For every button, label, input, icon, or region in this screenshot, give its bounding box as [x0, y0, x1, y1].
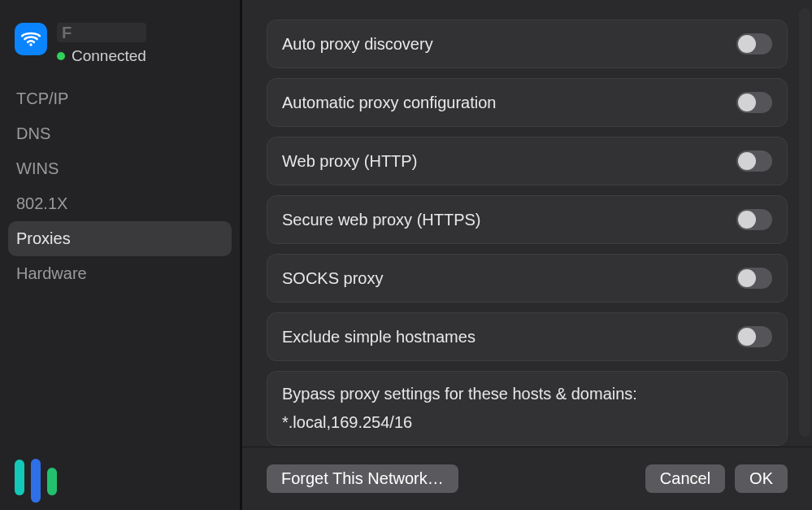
- status-label: Connected: [72, 47, 146, 65]
- cancel-button[interactable]: Cancel: [645, 464, 725, 493]
- sidebar-item-8021x[interactable]: 802.1X: [8, 186, 232, 221]
- proxy-row-label: Web proxy (HTTP): [282, 152, 417, 171]
- app-logo-icon: [15, 450, 63, 495]
- proxy-row-auto-discovery: Auto proxy discovery: [267, 20, 788, 68]
- sidebar-item-hardware[interactable]: Hardware: [8, 256, 232, 291]
- toggle-knob-icon: [738, 152, 756, 170]
- sidebar-item-label: DNS: [16, 124, 50, 142]
- footer: Forget This Network… Cancel OK: [242, 447, 812, 510]
- sidebar-item-label: 802.1X: [16, 194, 67, 212]
- network-header: F Connected: [8, 16, 232, 76]
- proxy-row-label: Automatic proxy configuration: [282, 94, 496, 112]
- sidebar-item-label: Proxies: [16, 229, 71, 247]
- network-info: F Connected: [57, 23, 146, 65]
- proxy-row-exclude-simple: Exclude simple hostnames: [267, 312, 788, 361]
- network-name: F: [57, 23, 146, 42]
- sidebar-item-proxies[interactable]: Proxies: [8, 221, 232, 256]
- toggle-socks[interactable]: [736, 268, 772, 289]
- status-dot-icon: [57, 52, 65, 60]
- toggle-auto-config[interactable]: [736, 92, 772, 113]
- bypass-title: Bypass proxy settings for these hosts & …: [282, 385, 772, 403]
- toggle-https[interactable]: [736, 209, 772, 230]
- ok-button[interactable]: OK: [735, 464, 788, 493]
- sidebar-item-wins[interactable]: WINS: [8, 151, 232, 186]
- sidebar-item-label: TCP/IP: [16, 89, 68, 107]
- wifi-icon: [15, 23, 47, 55]
- toggle-http[interactable]: [736, 150, 772, 172]
- toggle-exclude-simple[interactable]: [736, 326, 772, 347]
- proxy-row-label: SOCKS proxy: [282, 269, 383, 288]
- bypass-value[interactable]: *.local,169.254/16: [282, 413, 772, 432]
- toggle-auto-discovery[interactable]: [736, 33, 772, 54]
- sidebar-items: TCP/IPDNSWINS802.1XProxiesHardware: [8, 81, 232, 291]
- proxies-scroll[interactable]: Auto proxy discoveryAutomatic proxy conf…: [242, 0, 812, 447]
- sidebar-item-label: Hardware: [16, 264, 87, 282]
- sidebar: F Connected TCP/IPDNSWINS802.1XProxiesHa…: [0, 0, 242, 510]
- scrollbar-track[interactable]: [799, 8, 810, 437]
- toggle-knob-icon: [738, 211, 756, 229]
- forget-network-button[interactable]: Forget This Network…: [267, 464, 458, 493]
- network-status: Connected: [57, 47, 146, 65]
- main-panel: Auto proxy discoveryAutomatic proxy conf…: [242, 0, 812, 510]
- toggle-knob-icon: [738, 35, 756, 53]
- proxy-row-http: Web proxy (HTTP): [267, 137, 788, 185]
- toggle-knob-icon: [738, 94, 756, 111]
- toggle-knob-icon: [738, 269, 756, 287]
- sidebar-item-dns[interactable]: DNS: [8, 116, 232, 151]
- proxy-row-label: Exclude simple hostnames: [282, 328, 475, 347]
- window-root: F Connected TCP/IPDNSWINS802.1XProxiesHa…: [0, 0, 812, 510]
- proxy-row-auto-config: Automatic proxy configuration: [267, 78, 788, 127]
- proxy-row-label: Auto proxy discovery: [282, 35, 433, 54]
- sidebar-item-label: WINS: [16, 159, 59, 177]
- proxy-row-socks: SOCKS proxy: [267, 254, 788, 303]
- proxy-row-label: Secure web proxy (HTTPS): [282, 211, 481, 229]
- svg-point-0: [29, 43, 32, 46]
- toggle-knob-icon: [738, 328, 756, 346]
- sidebar-item-tcpip[interactable]: TCP/IP: [8, 81, 232, 116]
- proxy-row-https: Secure web proxy (HTTPS): [267, 195, 788, 244]
- bypass-panel: Bypass proxy settings for these hosts & …: [267, 371, 788, 446]
